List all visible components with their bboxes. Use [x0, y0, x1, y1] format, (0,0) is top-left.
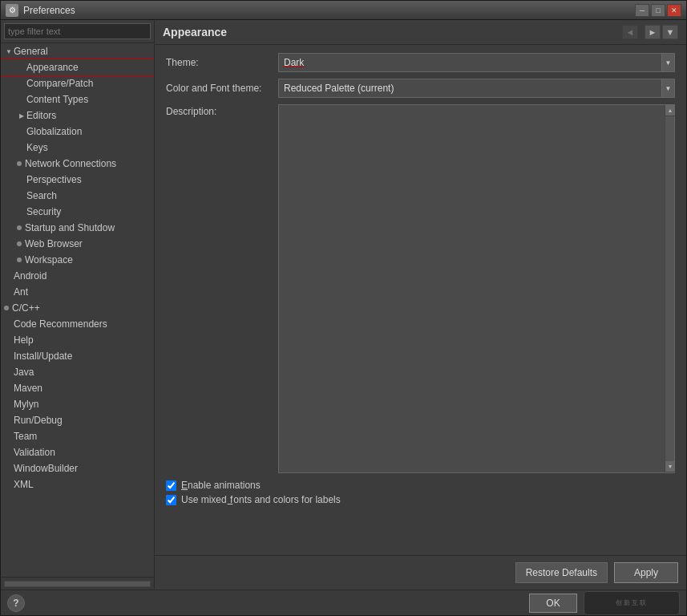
sidebar-item-install-update[interactable]: Install/Update: [1, 348, 154, 364]
sidebar-item-label-web-browser: Web Browser: [25, 238, 83, 249]
nav-dropdown-button[interactable]: ▼: [662, 25, 678, 39]
theme-dropdown-arrow[interactable]: ▼: [661, 54, 674, 71]
sidebar-item-network-connections[interactable]: Network Connections: [1, 156, 154, 172]
apply-button[interactable]: Apply: [614, 562, 678, 583]
minimize-button[interactable]: ─: [635, 4, 649, 17]
color-font-label: Color and Font theme:: [166, 83, 278, 94]
sidebar-item-keys[interactable]: Keys: [1, 140, 154, 156]
sidebar-item-security[interactable]: Security: [1, 204, 154, 220]
sidebar-item-workspace[interactable]: Workspace: [1, 252, 154, 268]
forward-button[interactable]: ►: [645, 25, 661, 39]
bottom-right-area: OK 创新互联: [529, 591, 680, 615]
sidebar-item-label-code-recommenders: Code Recommenders: [14, 318, 107, 330]
sidebar-item-label-appearance: Appearance: [26, 62, 79, 73]
sidebar-item-label-compare-patch: Compare/Patch: [26, 78, 93, 89]
sidebar-item-web-browser[interactable]: Web Browser: [1, 236, 154, 252]
sidebar-item-ant[interactable]: Ant: [1, 284, 154, 300]
enable-animations-label: Enable animations: [181, 480, 261, 491]
color-font-value: Reduced Palette (current): [279, 79, 661, 97]
enable-animations-checkbox[interactable]: [166, 480, 176, 491]
dot-icon-workspace: [17, 257, 22, 262]
description-label: Description:: [166, 104, 278, 473]
enable-animations-row: Enable animations: [166, 480, 675, 491]
sidebar-item-mylyn[interactable]: Mylyn: [1, 396, 154, 412]
back-button[interactable]: ◄: [622, 25, 638, 39]
sidebar-item-maven[interactable]: Maven: [1, 380, 154, 396]
color-font-combo-wrapper: Reduced Palette (current) ▼: [278, 79, 675, 98]
sidebar-item-content-types[interactable]: Content Types: [1, 91, 154, 107]
tree-container: ▼ General Appearance Compare/Patch Conte…: [1, 43, 154, 577]
mixed-fonts-row: Use mixed fonts and colors for labels: [166, 494, 675, 505]
theme-value: Dark: [279, 54, 661, 71]
sidebar-item-java[interactable]: Java: [1, 364, 154, 380]
nav-buttons: ◄ ► ▼: [622, 25, 678, 39]
sidebar-item-label-team: Team: [14, 431, 37, 442]
expand-icon-general: ▼: [4, 47, 14, 56]
color-font-dropdown-arrow[interactable]: ▼: [661, 79, 674, 97]
sidebar-item-label-cpp: C/C++: [12, 302, 40, 314]
sidebar-item-validation[interactable]: Validation: [1, 444, 154, 460]
sidebar-item-label-install-update: Install/Update: [14, 351, 72, 362]
color-font-text: Reduced Palette (current): [284, 83, 394, 94]
sidebar-item-label-globalization: Globalization: [26, 126, 82, 137]
maximize-button[interactable]: □: [651, 4, 665, 17]
window-icon: ⚙: [6, 4, 18, 17]
sidebar-item-search[interactable]: Search: [1, 188, 154, 204]
sidebar-item-general[interactable]: ▼ General: [1, 43, 154, 59]
horizontal-scrollbar-thumb[interactable]: [4, 581, 151, 587]
sidebar-item-label-workspace: Workspace: [25, 254, 73, 265]
color-font-row: Color and Font theme: Reduced Palette (c…: [166, 79, 675, 98]
help-button[interactable]: ?: [7, 594, 25, 612]
dot-icon-web-browser: [17, 241, 22, 246]
panel-body: Theme: Dark ▼ Color and Font theme: Redu…: [155, 45, 686, 555]
sidebar-item-label-perspectives: Perspectives: [26, 174, 82, 185]
sidebar-item-label-content-types: Content Types: [26, 94, 88, 105]
ok-button[interactable]: OK: [529, 594, 577, 613]
description-box: ▲ ▼: [278, 104, 675, 473]
sidebar-item-compare-patch[interactable]: Compare/Patch: [1, 75, 154, 91]
scroll-up-button[interactable]: ▲: [665, 105, 675, 116]
sidebar-item-android[interactable]: Android: [1, 268, 154, 284]
theme-combo-wrapper: Dark ▼: [278, 53, 675, 72]
sidebar-item-code-recommenders[interactable]: Code Recommenders: [1, 316, 154, 332]
sidebar-item-label-ant: Ant: [14, 286, 28, 298]
sidebar-item-editors[interactable]: ▶ Editors: [1, 107, 154, 124]
preferences-window: ⚙ Preferences ─ □ ✕ ▼ General: [0, 0, 687, 616]
sidebar-item-globalization[interactable]: Globalization: [1, 124, 154, 140]
sidebar-item-label-maven: Maven: [14, 383, 42, 394]
sidebar-item-run-debug[interactable]: Run/Debug: [1, 412, 154, 428]
titlebar-buttons: ─ □ ✕: [635, 4, 681, 17]
sidebar-item-appearance[interactable]: Appearance: [1, 59, 154, 75]
sidebar-item-startup-shutdown[interactable]: Startup and Shutdow: [1, 220, 154, 236]
panel-header: Appearance ◄ ► ▼: [155, 20, 686, 45]
sidebar-item-label-search: Search: [26, 190, 57, 201]
sidebar-scrollbar[interactable]: [1, 577, 154, 590]
restore-defaults-button[interactable]: Restore Defaults: [515, 562, 608, 583]
close-button[interactable]: ✕: [667, 4, 681, 17]
sidebar-item-label-xml: XML: [14, 479, 34, 490]
description-scrollbar[interactable]: ▲ ▼: [665, 105, 674, 472]
scroll-down-button[interactable]: ▼: [665, 461, 675, 472]
sidebar-item-team[interactable]: Team: [1, 428, 154, 444]
filter-input[interactable]: [4, 23, 151, 39]
sidebar-item-windowbuilder[interactable]: WindowBuilder: [1, 460, 154, 476]
sidebar: ▼ General Appearance Compare/Patch Conte…: [1, 20, 155, 590]
sidebar-item-label-validation: Validation: [14, 447, 55, 458]
main-content: ▼ General Appearance Compare/Patch Conte…: [1, 20, 686, 590]
sidebar-item-label-android: Android: [14, 270, 46, 282]
sidebar-item-cpp[interactable]: C/C++: [1, 300, 154, 316]
sidebar-item-help[interactable]: Help: [1, 332, 154, 348]
sidebar-item-label-java: Java: [14, 367, 34, 378]
filter-wrapper: [1, 20, 154, 43]
window-title: Preferences: [23, 5, 635, 16]
sidebar-item-label-startup-shutdown: Startup and Shutdow: [25, 222, 115, 233]
sidebar-item-label-network-connections: Network Connections: [25, 158, 116, 169]
watermark-logo: 创新互联: [584, 591, 680, 615]
dot-icon-startup: [17, 225, 22, 230]
sidebar-item-perspectives[interactable]: Perspectives: [1, 172, 154, 188]
sidebar-item-label-run-debug: Run/Debug: [14, 415, 63, 426]
mixed-fonts-checkbox[interactable]: [166, 495, 176, 505]
nav-separator: [640, 25, 643, 39]
checkboxes-area: Enable animations Use mixed fonts and co…: [166, 480, 675, 505]
sidebar-item-xml[interactable]: XML: [1, 476, 154, 492]
